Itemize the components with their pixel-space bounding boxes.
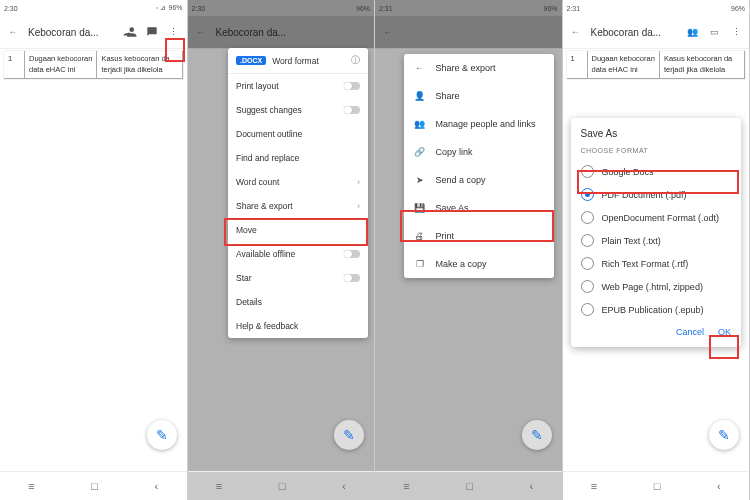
docx-badge: .DOCX xyxy=(236,56,266,65)
menu-star[interactable]: Star xyxy=(228,266,368,290)
menu-document-outline[interactable]: Document outline xyxy=(228,122,368,146)
fab-edit[interactable]: ✎ xyxy=(147,420,177,450)
cell-num: 1 xyxy=(4,51,25,78)
cell-1: Dugaan kebocoran data eHAC ini xyxy=(25,51,97,78)
menu-move[interactable]: Move xyxy=(228,218,368,242)
app-bar: ← Kebocoran da... 👥 ▭ ⋮ xyxy=(563,16,750,49)
share-export-menu: ← Share & export 👤Share 👥Manage people a… xyxy=(404,54,554,278)
status-time: 2:31 xyxy=(567,5,581,12)
fab-edit: ✎ xyxy=(522,420,552,450)
back-icon[interactable]: ← xyxy=(6,25,20,39)
dialog-title: Save As xyxy=(581,128,732,139)
radio-icon xyxy=(581,234,594,247)
back-icon[interactable]: ← xyxy=(569,25,583,39)
nav-back-icon[interactable]: ‹ xyxy=(155,480,159,492)
submenu-save-as[interactable]: 💾Save As xyxy=(404,194,554,222)
overflow-icon[interactable]: ⋮ xyxy=(167,25,181,39)
menu-share-export[interactable]: Share & export› xyxy=(228,194,368,218)
signal-icon: ⊿ xyxy=(160,4,166,12)
wifi-icon: ◦ xyxy=(156,4,158,12)
comment-icon[interactable]: ▭ xyxy=(707,25,721,39)
status-bar: 2:30 ◦ ⊿ 96% xyxy=(0,0,187,16)
help-icon[interactable]: ⓘ xyxy=(351,54,360,67)
screen-2: 2:30 96% ← Kebocoran da... .DOCX Word fo… xyxy=(188,0,376,500)
document-table: 1 Dugaan kebocoran data eHAC ini Kasus k… xyxy=(567,51,746,79)
screen-4: 2:31 96% ← Kebocoran da... 👥 ▭ ⋮ 1 Dugaa… xyxy=(563,0,751,500)
menu-available-offline[interactable]: Available offline xyxy=(228,242,368,266)
people-icon: 👥 xyxy=(414,118,426,130)
menu-help-feedback[interactable]: Help & feedback xyxy=(228,314,368,338)
screen-1: 2:30 ◦ ⊿ 96% ← Kebocoran da... ⋮ 1 Dugaa… xyxy=(0,0,188,500)
submenu-print[interactable]: 🖨Print xyxy=(404,222,554,250)
fab-edit[interactable]: ✎ xyxy=(709,420,739,450)
toggle-icon[interactable] xyxy=(344,250,360,258)
radio-icon xyxy=(581,257,594,270)
radio-selected-icon xyxy=(581,188,594,201)
chevron-right-icon: › xyxy=(357,177,360,187)
send-icon: ➤ xyxy=(414,174,426,186)
doc-title: Kebocoran da... xyxy=(28,27,115,38)
back-icon[interactable]: ← xyxy=(414,62,426,74)
radio-icon xyxy=(581,211,594,224)
person-add-icon: 👤 xyxy=(414,90,426,102)
document-table: 1 Dugaan kebocoran data eHAC ini Kasus k… xyxy=(4,51,183,79)
word-format-label: Word format xyxy=(272,56,345,66)
menu-print-layout[interactable]: Print layout xyxy=(228,74,368,98)
submenu-make-copy[interactable]: ❐Make a copy xyxy=(404,250,554,278)
radio-icon xyxy=(581,303,594,316)
radio-icon xyxy=(581,165,594,178)
submenu-copy-link[interactable]: 🔗Copy link xyxy=(404,138,554,166)
screen-3: 2:31 96% ← ← Share & export 👤Share 👥Mana… xyxy=(375,0,563,500)
option-html[interactable]: Web Page (.html, zipped) xyxy=(581,275,732,298)
submenu-manage[interactable]: 👥Manage people and links xyxy=(404,110,554,138)
battery-text: 96% xyxy=(168,4,182,12)
comment-icon[interactable] xyxy=(145,25,159,39)
menu-details[interactable]: Details xyxy=(228,290,368,314)
option-pdf[interactable]: PDF Document (.pdf) xyxy=(581,183,732,206)
save-as-dialog: Save As CHOOSE FORMAT Google Docs PDF Do… xyxy=(571,118,742,347)
option-epub[interactable]: EPUB Publication (.epub) xyxy=(581,298,732,321)
table-row: 1 Dugaan kebocoran data eHAC ini Kasus k… xyxy=(567,51,746,79)
submenu-title: Share & export xyxy=(436,63,496,73)
submenu-header[interactable]: ← Share & export xyxy=(404,54,554,82)
choose-format-label: CHOOSE FORMAT xyxy=(581,147,732,154)
status-time: 2:30 xyxy=(4,5,18,12)
ok-button[interactable]: OK xyxy=(718,327,731,337)
menu-find-replace[interactable]: Find and replace xyxy=(228,146,368,170)
people-icon[interactable] xyxy=(123,25,137,39)
chevron-right-icon: › xyxy=(357,201,360,211)
radio-icon xyxy=(581,280,594,293)
nav-bar: ≡□‹ xyxy=(563,471,750,500)
nav-recent-icon[interactable]: ≡ xyxy=(28,480,34,492)
nav-bar: ≡□‹ xyxy=(375,471,562,500)
overflow-icon[interactable]: ⋮ xyxy=(729,25,743,39)
toggle-icon[interactable] xyxy=(344,82,360,90)
status-bar: 2:31 96% xyxy=(563,0,750,16)
menu-word-count[interactable]: Word count› xyxy=(228,170,368,194)
status-right: ◦ ⊿ 96% xyxy=(156,4,183,12)
submenu-send-copy[interactable]: ➤Send a copy xyxy=(404,166,554,194)
cell-2: Kasus kebocoran da terjadi jika dikelola xyxy=(97,51,182,78)
nav-home-icon[interactable]: □ xyxy=(91,480,98,492)
people-icon[interactable]: 👥 xyxy=(685,25,699,39)
print-icon: 🖨 xyxy=(414,230,426,242)
cancel-button[interactable]: Cancel xyxy=(676,327,704,337)
fab-edit: ✎ xyxy=(334,420,364,450)
option-odt[interactable]: OpenDocument Format (.odt) xyxy=(581,206,732,229)
toggle-icon[interactable] xyxy=(344,274,360,282)
app-bar: ← Kebocoran da... ⋮ xyxy=(0,16,187,49)
toggle-icon[interactable] xyxy=(344,106,360,114)
save-icon: 💾 xyxy=(414,202,426,214)
menu-header: .DOCX Word format ⓘ xyxy=(228,48,368,74)
submenu-share[interactable]: 👤Share xyxy=(404,82,554,110)
overflow-menu: .DOCX Word format ⓘ Print layout Suggest… xyxy=(228,48,368,338)
option-txt[interactable]: Plain Text (.txt) xyxy=(581,229,732,252)
nav-bar: ≡ □ ‹ xyxy=(0,471,187,500)
option-google-docs[interactable]: Google Docs xyxy=(581,160,732,183)
menu-suggest-changes[interactable]: Suggest changes xyxy=(228,98,368,122)
dialog-actions: Cancel OK xyxy=(581,327,732,337)
table-row: 1 Dugaan kebocoran data eHAC ini Kasus k… xyxy=(4,51,183,79)
copy-icon: ❐ xyxy=(414,258,426,270)
link-icon: 🔗 xyxy=(414,146,426,158)
option-rtf[interactable]: Rich Text Format (.rtf) xyxy=(581,252,732,275)
